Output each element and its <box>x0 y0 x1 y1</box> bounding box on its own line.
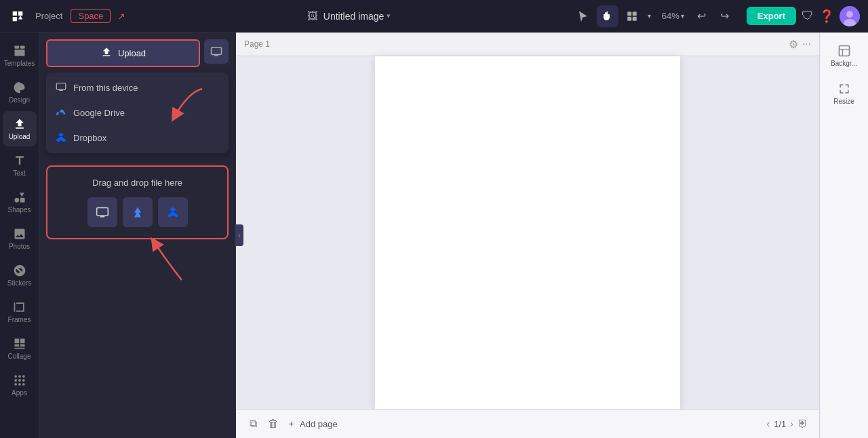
device-icon <box>56 81 66 94</box>
canvas-toolbar: Page 1 ⚙ ··· <box>236 33 819 56</box>
drag-drop-label: Drag and drop file here <box>56 178 219 188</box>
svg-rect-24 <box>14 383 16 385</box>
canvas-area: Page 1 ⚙ ··· ⧉ 🗑 ＋ Add page ‹ 1/1 › ⛨ <box>236 33 819 438</box>
panel-collapse-handle[interactable]: ‹ <box>235 224 243 246</box>
hand-tool[interactable] <box>597 5 618 27</box>
redo-button[interactable]: ↪ <box>714 5 736 27</box>
upload-button[interactable]: Upload <box>46 39 200 67</box>
page-count: 1/1 <box>774 419 786 429</box>
project-label: Project <box>35 11 62 21</box>
svg-rect-30 <box>839 46 849 56</box>
avatar[interactable] <box>840 6 860 26</box>
main-area: Templates Design Upload Text Shapes Phot… <box>0 33 868 438</box>
sidebar-item-text[interactable]: Text <box>3 148 37 183</box>
drag-device-btn[interactable] <box>87 197 117 227</box>
page-label: Page 1 <box>244 39 270 49</box>
background-label: Backgr... <box>831 60 857 67</box>
add-page-label: Add page <box>300 419 338 429</box>
dropdown-menu: From this device Google Drive Dropbox <box>46 73 229 153</box>
svg-rect-13 <box>14 339 19 344</box>
sidebar-item-collage[interactable]: Collage <box>3 331 37 366</box>
canvas-more-button[interactable]: ··· <box>802 38 811 50</box>
sidebar-item-design[interactable]: Design <box>3 75 37 110</box>
canvas-settings-button[interactable]: ⚙ <box>789 38 798 51</box>
bottom-delete-button[interactable]: 🗑 <box>265 415 281 433</box>
sidebar-item-photos[interactable]: Photos <box>3 221 37 256</box>
svg-rect-27 <box>212 47 222 55</box>
export-button[interactable]: Export <box>747 7 796 25</box>
prev-page-button[interactable]: ‹ <box>767 418 770 429</box>
drag-drop-icons <box>56 197 219 227</box>
dropdown-item-gdrive[interactable]: Google Drive <box>46 100 229 125</box>
drag-dropbox-btn[interactable] <box>158 197 188 227</box>
next-page-button[interactable]: › <box>790 418 793 429</box>
templates-label: Templates <box>4 60 35 67</box>
app-logo[interactable] <box>8 7 27 26</box>
upload-label: Upload <box>9 133 31 140</box>
space-button[interactable]: Space <box>71 9 111 23</box>
sidebar-item-upload[interactable]: Upload <box>3 111 37 146</box>
upload-device-button[interactable] <box>204 39 229 64</box>
layout-tool[interactable] <box>621 5 643 27</box>
dropbox-label: Dropbox <box>73 133 106 143</box>
add-page-icon: ＋ <box>287 418 296 430</box>
document-icon: 🖼 <box>307 10 318 22</box>
bottom-bar: ⧉ 🗑 ＋ Add page ‹ 1/1 › ⛨ <box>236 409 819 438</box>
drag-gdrive-btn[interactable] <box>123 197 153 227</box>
resize-button[interactable]: Resize <box>825 76 863 111</box>
help-icon[interactable]: ❓ <box>819 9 834 24</box>
svg-rect-3 <box>633 16 637 20</box>
canvas-content[interactable] <box>236 56 819 409</box>
svg-rect-29 <box>96 207 108 216</box>
svg-rect-23 <box>22 379 24 381</box>
dropdown-item-device[interactable]: From this device <box>46 75 229 100</box>
bottom-copy-button[interactable]: ⧉ <box>247 415 260 433</box>
stickers-label: Stickers <box>7 279 32 287</box>
svg-rect-2 <box>627 16 631 20</box>
sidebar-item-templates[interactable]: Templates <box>3 38 37 73</box>
sidebar-item-apps[interactable]: Apps <box>3 367 37 403</box>
pointer-tool[interactable] <box>572 5 594 27</box>
sidebar-item-stickers[interactable]: Stickers <box>3 258 37 293</box>
document-title[interactable]: Untitled image ▾ <box>323 11 391 22</box>
upload-icon <box>100 46 113 60</box>
svg-rect-26 <box>22 383 24 385</box>
apps-label: Apps <box>12 389 27 397</box>
bottom-right: ‹ 1/1 › ⛨ <box>767 418 808 430</box>
photos-label: Photos <box>9 243 30 250</box>
device-label: From this device <box>73 83 138 93</box>
right-panel: Backgr... Resize <box>819 33 868 438</box>
collage-label: Collage <box>8 353 31 360</box>
svg-rect-16 <box>20 344 24 346</box>
layout-chevron[interactable]: ▾ <box>644 5 655 27</box>
svg-rect-20 <box>22 376 24 378</box>
shield-icon[interactable]: 🛡 <box>802 9 814 23</box>
sidebar-item-frames[interactable]: Frames <box>3 294 37 330</box>
drag-drop-area[interactable]: Drag and drop file here <box>46 165 229 239</box>
canvas-page <box>375 56 680 409</box>
background-button[interactable]: Backgr... <box>825 38 863 73</box>
svg-rect-14 <box>20 339 24 344</box>
sidebar-item-shapes[interactable]: Shapes <box>3 184 37 220</box>
svg-rect-22 <box>18 379 20 381</box>
add-page-button[interactable]: ＋ Add page <box>287 418 338 430</box>
shapes-label: Shapes <box>8 206 31 214</box>
svg-rect-28 <box>56 83 65 89</box>
svg-rect-8 <box>20 46 24 49</box>
dropdown-item-dropbox[interactable]: Dropbox <box>46 125 229 151</box>
svg-point-10 <box>14 198 19 203</box>
title-text: Untitled image <box>323 11 384 22</box>
topbar-right: Export 🛡 ❓ <box>747 6 860 26</box>
svg-marker-11 <box>20 193 24 197</box>
frames-label: Frames <box>8 316 31 323</box>
gdrive-icon <box>56 106 66 119</box>
text-label: Text <box>13 170 25 177</box>
svg-rect-7 <box>14 46 19 49</box>
title-chevron: ▾ <box>387 12 391 20</box>
svg-rect-25 <box>18 383 20 385</box>
svg-rect-18 <box>14 376 16 378</box>
lock-button[interactable]: ⛨ <box>797 418 808 430</box>
zoom-control[interactable]: 64% ▾ <box>658 11 688 21</box>
svg-point-5 <box>846 11 853 18</box>
undo-button[interactable]: ↩ <box>691 5 713 27</box>
